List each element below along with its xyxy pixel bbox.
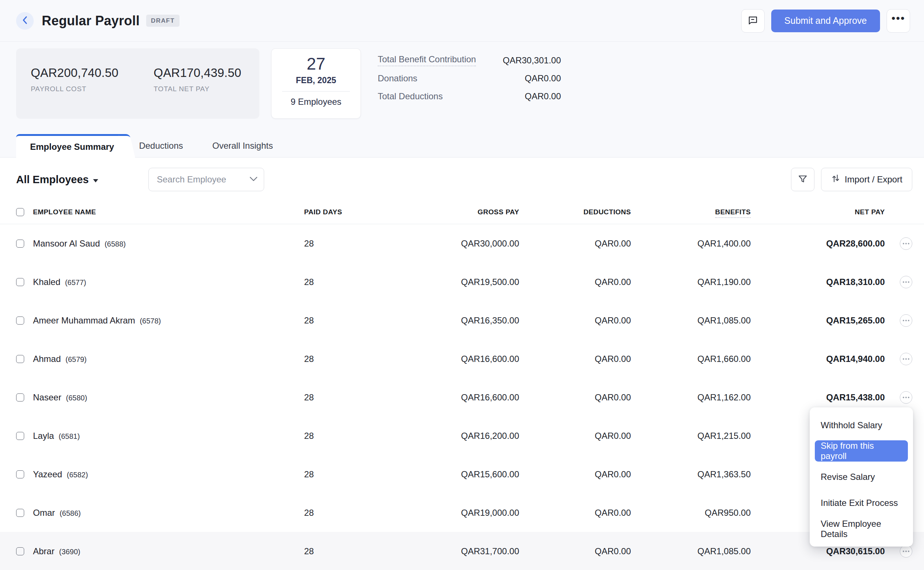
total-benefit-label[interactable]: Total Benefit Contribution [378, 54, 476, 66]
paid-days-cell: 28 [304, 546, 363, 556]
row-actions-button[interactable] [900, 314, 912, 327]
context-menu-item[interactable]: Withhold Salary [810, 412, 913, 438]
gross-pay-cell: QAR31,700.00 [363, 546, 519, 556]
total-net-pay-stat: QAR170,439.50 TOTAL NET PAY [153, 66, 241, 119]
employee-id: (6581) [58, 432, 80, 440]
context-menu-item[interactable]: Skip from this payroll [815, 440, 908, 461]
employee-name-cell: Khaled (6577) [33, 277, 304, 287]
payroll-cost-stat: QAR200,740.50 PAYROLL COST [31, 66, 118, 119]
table-row[interactable]: Layla (6581) 28 QAR16,200.00 QAR0.00 QAR… [0, 417, 924, 455]
gross-pay-cell: QAR16,200.00 [363, 431, 519, 441]
search-employee-input[interactable] [149, 168, 264, 191]
paid-days-cell: 28 [304, 431, 363, 441]
page-title: Regular Payroll [42, 13, 139, 29]
total-deductions-row: Total Deductions QAR0.00 [378, 87, 561, 105]
col-benefits[interactable]: BENEFITS [631, 208, 751, 216]
row-checkbox[interactable] [16, 317, 24, 325]
row-checkbox[interactable] [16, 355, 24, 363]
paid-days-cell: 28 [304, 508, 363, 518]
row-checkbox[interactable] [16, 432, 24, 440]
table-row[interactable]: Naseer (6580) 28 QAR16,600.00 QAR0.00 QA… [0, 378, 924, 417]
employee-name-cell: Ameer Muhammad Akram (6578) [33, 316, 304, 326]
employee-id: (3690) [59, 548, 80, 556]
row-actions-button[interactable] [900, 353, 912, 365]
content-area: All Employees [0, 158, 924, 570]
row-context-menu: Withhold Salary Skip from this payroll R… [810, 408, 913, 547]
row-checkbox[interactable] [16, 394, 24, 401]
employee-filter-dropdown[interactable]: All Employees [16, 174, 149, 186]
import-export-label: Import / Export [845, 175, 903, 185]
net-pay-cell: QAR15,265.00 [751, 316, 885, 326]
context-menu-item[interactable]: Initiate Exit Process [810, 490, 913, 516]
employee-name: Layla [33, 431, 54, 441]
row-actions-button[interactable] [900, 276, 912, 288]
benefits-cell: QAR1,400.00 [631, 239, 751, 249]
employee-id: (6579) [66, 355, 87, 363]
select-all-checkbox[interactable] [16, 208, 24, 216]
row-checkbox[interactable] [16, 509, 24, 517]
benefits-cell: QAR1,660.00 [631, 354, 751, 364]
table-row[interactable]: Mansoor Al Saud (6588) 28 QAR30,000.00 Q… [0, 224, 924, 263]
total-deductions-label: Total Deductions [378, 91, 443, 101]
pay-date-day: 27 [306, 55, 325, 73]
paid-days-cell: 28 [304, 354, 363, 364]
row-checkbox[interactable] [16, 240, 24, 248]
more-actions-button[interactable]: ••• [887, 9, 910, 32]
table-row[interactable]: Abrar (3690) 28 QAR31,700.00 QAR0.00 QAR… [0, 532, 924, 570]
pay-date-card: 27 FEB, 2025 9 Employees [271, 48, 361, 119]
total-benefit-row: Total Benefit Contribution QAR30,301.00 [378, 51, 561, 69]
filter-button[interactable] [791, 168, 814, 191]
net-pay-cell: QAR15,438.00 [751, 392, 885, 403]
employee-name-cell: Naseer (6580) [33, 392, 304, 403]
employee-id: (6582) [67, 471, 88, 479]
total-net-pay-value: QAR170,439.50 [153, 66, 241, 80]
row-actions-button[interactable] [900, 238, 912, 250]
employee-name: Naseer [33, 392, 61, 402]
deductions-cell: QAR0.00 [519, 316, 631, 326]
benefits-cell: QAR950.00 [631, 508, 751, 518]
import-export-button[interactable]: Import / Export [821, 168, 912, 191]
tab-bar: Employee Summary Deductions Overall Insi… [0, 134, 924, 158]
row-checkbox[interactable] [16, 470, 24, 478]
employee-name-cell: Yazeed (6582) [33, 469, 304, 480]
row-checkbox[interactable] [16, 547, 24, 555]
comments-button[interactable] [741, 9, 765, 32]
table-row[interactable]: Yazeed (6582) 28 QAR15,600.00 QAR0.00 QA… [0, 455, 924, 493]
row-actions-button[interactable] [900, 391, 912, 404]
col-deductions: DEDUCTIONS [519, 208, 631, 216]
benefits-cell: QAR1,085.00 [631, 546, 751, 556]
employee-name: Ameer Muhammad Akram [33, 316, 135, 325]
context-menu-item[interactable]: View Employee Details [810, 516, 913, 542]
row-actions-button[interactable] [900, 545, 912, 558]
deductions-cell: QAR0.00 [519, 431, 631, 441]
back-button[interactable] [16, 12, 34, 30]
context-menu-item[interactable]: Revise Salary [810, 464, 913, 490]
status-badge: DRAFT [146, 15, 179, 27]
tab-overall-insights[interactable]: Overall Insights [198, 134, 288, 157]
donations-value: QAR0.00 [525, 73, 561, 84]
benefits-cell: QAR1,363.50 [631, 469, 751, 480]
paid-days-cell: 28 [304, 239, 363, 249]
col-gross-pay: GROSS PAY [363, 208, 519, 216]
table-row[interactable]: Ameer Muhammad Akram (6578) 28 QAR16,350… [0, 301, 924, 340]
deductions-cell: QAR0.00 [519, 392, 631, 403]
table-row[interactable]: Omar (6586) 28 QAR19,000.00 QAR0.00 QAR9… [0, 493, 924, 532]
submit-and-approve-button[interactable]: Submit and Approve [771, 9, 880, 32]
chevron-left-icon [21, 15, 28, 26]
chevron-down-icon[interactable] [250, 176, 257, 183]
tab-deductions[interactable]: Deductions [124, 134, 198, 157]
table-row[interactable]: Khaled (6577) 28 QAR19,500.00 QAR0.00 QA… [0, 263, 924, 301]
divider [282, 91, 350, 92]
employee-filter-label: All Employees [16, 174, 89, 186]
gross-pay-cell: QAR30,000.00 [363, 239, 519, 249]
swap-vertical-icon [831, 173, 840, 186]
pay-date-month-year: FEB, 2025 [296, 75, 336, 85]
deductions-cell: QAR0.00 [519, 354, 631, 364]
table-row[interactable]: Ahmad (6579) 28 QAR16,600.00 QAR0.00 QAR… [0, 340, 924, 378]
employee-count: 9 Employees [291, 97, 342, 107]
employee-name-cell: Omar (6586) [33, 508, 304, 518]
employee-name-cell: Abrar (3690) [33, 546, 304, 556]
row-checkbox[interactable] [16, 278, 24, 286]
tab-employee-summary[interactable]: Employee Summary [16, 134, 124, 158]
funnel-icon [798, 174, 808, 185]
